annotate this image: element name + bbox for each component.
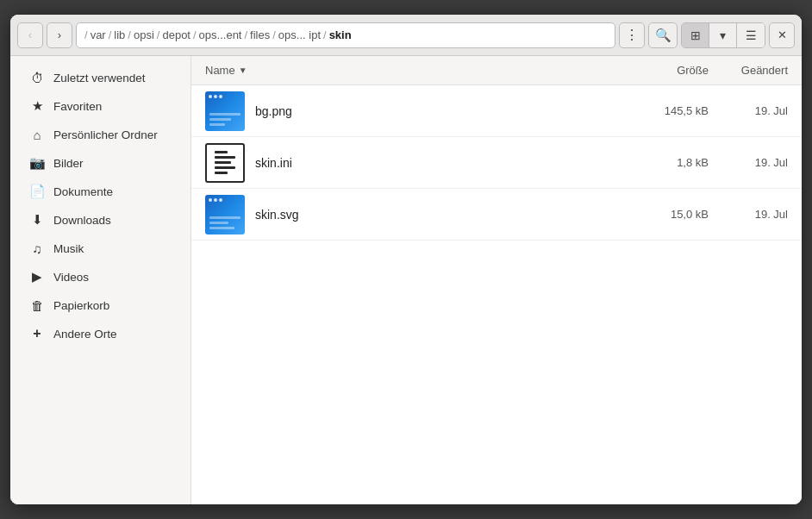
dot3	[219, 95, 222, 98]
file-size: 145,5 kB	[629, 104, 715, 117]
file-name-label: skin.ini	[255, 156, 292, 170]
sidebar-item-videos[interactable]: ▶ Videos	[16, 263, 185, 291]
file-name-label: bg.png	[255, 104, 292, 118]
forward-button[interactable]: ›	[47, 22, 72, 48]
dots-row	[209, 95, 222, 98]
bc-lib: lib	[114, 28, 125, 41]
documents-icon: 📄	[29, 184, 45, 199]
size-col-label: Größe	[677, 64, 709, 77]
bc-sep7: /	[323, 28, 327, 41]
grid-view-button[interactable]: ⊞	[682, 23, 709, 47]
line3	[209, 227, 234, 229]
grid-icon: ⊞	[690, 28, 701, 42]
view-toggle: ⊞ ▾ ☰	[681, 22, 765, 48]
ini-line5	[215, 172, 228, 174]
file-thumbnail-skin-ini	[205, 143, 245, 183]
line3	[209, 123, 225, 126]
bc-sep4: /	[193, 28, 197, 41]
sidebar-label-other: Andere Orte	[53, 328, 117, 341]
file-name-cell: skin.svg	[191, 195, 629, 234]
file-name-label: skin.svg	[255, 208, 299, 222]
toolbar: ‹ › / var / lib / opsi / depot / ops...e…	[10, 15, 802, 56]
col-modified-header[interactable]: Geändert	[715, 64, 802, 77]
bc-opsipt: ops... ipt	[278, 28, 321, 41]
sidebar-label-music: Musik	[53, 242, 84, 255]
back-button[interactable]: ‹	[17, 22, 43, 48]
bc-sep5: /	[244, 28, 247, 41]
dropdown-icon: ▾	[720, 28, 726, 42]
dots-row	[209, 198, 222, 202]
sidebar-item-other[interactable]: + Andere Orte	[16, 320, 185, 347]
file-size: 1,8 kB	[629, 156, 715, 169]
sidebar-label-trash: Papierkorb	[53, 299, 109, 312]
file-list-header: Name ▼ Größe Geändert	[191, 56, 802, 85]
ini-line4	[215, 166, 235, 169]
line1	[209, 113, 240, 116]
image-lines	[209, 216, 240, 229]
file-modified: 19. Jul	[715, 104, 802, 117]
bc-depot: depot	[162, 28, 191, 41]
file-thumbnail-skin-svg	[205, 195, 245, 234]
ini-line1	[215, 151, 228, 153]
bc-opsi: opsi	[134, 28, 154, 41]
ini-line3	[215, 161, 231, 164]
bc-sep3: /	[157, 28, 160, 41]
file-modified: 19. Jul	[715, 156, 802, 169]
sidebar-item-pictures[interactable]: 📷 Bilder	[16, 149, 185, 177]
sidebar-item-recent[interactable]: ⏱ Zuletzt verwendet	[16, 64, 185, 91]
trash-icon: 🗑	[29, 297, 45, 313]
sidebar-label-favorites: Favoriten	[53, 100, 102, 113]
file-thumbnail-bg-png	[205, 91, 245, 131]
file-list: bg.png 145,5 kB 19. Jul	[191, 85, 802, 504]
breadcrumb[interactable]: / var / lib / opsi / depot / ops...ent /…	[76, 22, 615, 48]
sidebar-label-videos: Videos	[53, 271, 89, 284]
line2	[209, 222, 228, 224]
sidebar-label-downloads: Downloads	[53, 214, 111, 227]
sidebar-item-home[interactable]: ⌂ Persönlicher Ordner	[16, 121, 185, 148]
table-row[interactable]: skin.svg 15,0 kB 19. Jul	[191, 189, 802, 241]
sort-icon: ▼	[239, 66, 247, 75]
image-lines	[209, 113, 240, 126]
list-view-button[interactable]: ☰	[737, 23, 765, 47]
file-size: 15,0 kB	[629, 208, 715, 221]
music-icon: ♫	[29, 241, 45, 256]
recent-icon: ⏱	[29, 70, 45, 85]
bc-sep6: /	[272, 28, 276, 41]
downloads-icon: ⬇	[29, 212, 45, 228]
other-icon: +	[29, 326, 45, 341]
sidebar-item-documents[interactable]: 📄 Dokumente	[16, 178, 185, 205]
sidebar-item-favorites[interactable]: ★ Favoriten	[16, 92, 185, 120]
image-icon-svg	[205, 195, 245, 234]
table-row[interactable]: skin.ini 1,8 kB 19. Jul	[191, 137, 802, 189]
file-name-cell: bg.png	[191, 91, 629, 131]
videos-icon: ▶	[29, 269, 45, 285]
main-area: ⏱ Zuletzt verwendet ★ Favoriten ⌂ Persön…	[10, 56, 802, 504]
image-icon-bg	[205, 91, 245, 131]
sidebar-item-trash[interactable]: 🗑 Papierkorb	[16, 291, 185, 319]
sidebar-item-downloads[interactable]: ⬇ Downloads	[16, 206, 185, 234]
bc-sep1: /	[109, 28, 112, 41]
home-icon: ⌂	[29, 127, 45, 142]
file-manager-window: ‹ › / var / lib / opsi / depot / ops...e…	[9, 14, 803, 505]
table-row[interactable]: bg.png 145,5 kB 19. Jul	[191, 85, 802, 137]
search-button[interactable]: 🔍	[648, 22, 678, 48]
close-button[interactable]: ✕	[769, 22, 795, 48]
col-name-header[interactable]: Name ▼	[191, 64, 629, 77]
dot2	[214, 95, 217, 98]
sidebar-item-music[interactable]: ♫ Musik	[16, 234, 185, 262]
name-col-label: Name	[205, 64, 235, 77]
view-dropdown-button[interactable]: ▾	[709, 23, 737, 47]
line2	[209, 118, 231, 121]
more-icon: ⋮	[625, 27, 639, 43]
dot3	[219, 198, 222, 202]
sidebar-label-documents: Dokumente	[53, 185, 113, 198]
context-menu-button[interactable]: ⋮	[619, 22, 645, 48]
sidebar-label-pictures: Bilder	[53, 157, 84, 170]
col-size-header[interactable]: Größe	[629, 64, 715, 77]
sidebar: ⏱ Zuletzt verwendet ★ Favoriten ⌂ Persön…	[10, 56, 191, 504]
bc-var: var	[91, 28, 106, 41]
line1	[209, 216, 240, 219]
favorites-icon: ★	[29, 98, 45, 114]
dot2	[214, 198, 217, 202]
bc-current: skin	[329, 28, 352, 41]
